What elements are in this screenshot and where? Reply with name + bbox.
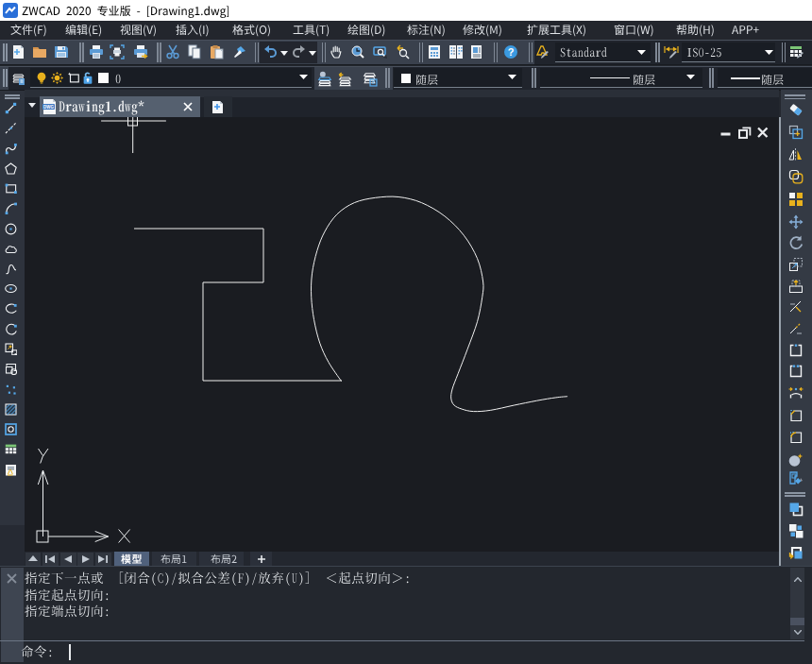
svg-text:?: ?: [508, 46, 515, 58]
svg-text:DWG: DWG: [43, 105, 54, 110]
